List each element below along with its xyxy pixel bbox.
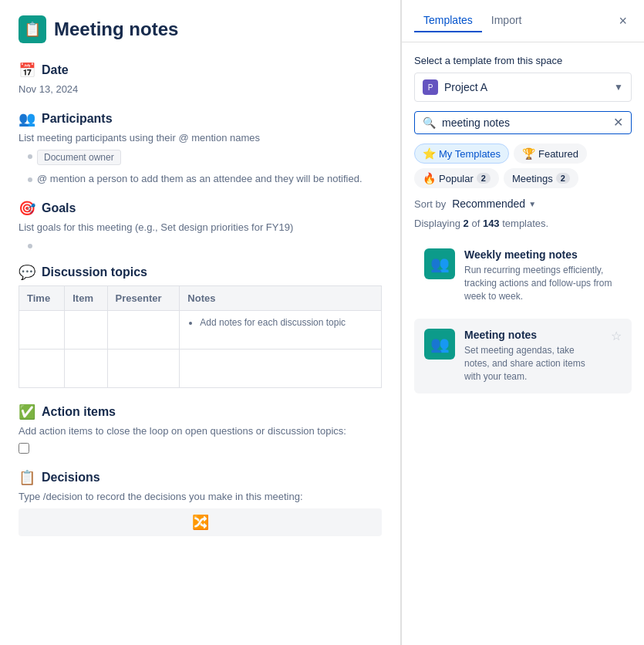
space-name: Project A <box>444 81 487 93</box>
action-items-desc: Add action items to close the loop on op… <box>19 425 382 437</box>
date-heading: 📅 Date <box>19 62 382 79</box>
popular-count: 2 <box>477 173 491 184</box>
templates-panel: Templates Import × Select a template fro… <box>401 0 644 645</box>
table-row <box>19 350 382 388</box>
template-name-meeting: Meeting notes <box>464 329 602 341</box>
goals-bullet <box>28 239 382 248</box>
col-notes: Notes <box>180 286 382 311</box>
participants-label: Participants <box>42 112 113 126</box>
chip-my-templates-label: My Templates <box>439 148 501 160</box>
filter-chips: ⭐ My Templates 🏆 Featured 🔥 Popular 2 Me… <box>414 144 632 188</box>
chip-meetings[interactable]: Meetings 2 <box>504 168 578 188</box>
doc-owner-item: Document owner <box>28 150 382 165</box>
my-templates-emoji: ⭐ <box>423 147 436 160</box>
cell-item-1 <box>65 311 107 350</box>
results-info: Displaying 2 of 143 templates. <box>414 218 632 229</box>
sort-chevron-icon: ▼ <box>528 200 536 208</box>
cell-time-2 <box>19 350 65 388</box>
decisions-emoji: 📋 <box>19 469 35 486</box>
discussion-label: Discussion topics <box>42 265 147 279</box>
cell-presenter-2 <box>107 350 180 388</box>
template-desc-weekly: Run recurring meetings efficiently, trac… <box>464 264 622 302</box>
space-select[interactable]: P Project A ▼ <box>414 73 632 102</box>
goals-bullet-dot <box>28 244 32 248</box>
sort-row: Sort by Recommended ▼ <box>414 198 632 210</box>
cell-time-1 <box>19 311 65 350</box>
template-thumb-icon-weekly: 👥 <box>430 255 450 273</box>
results-total: 143 <box>483 218 500 229</box>
cell-notes-2 <box>180 350 382 388</box>
goals-desc: List goals for this meeting (e.g., Set d… <box>19 221 382 233</box>
decision-placeholder: 🔀 <box>19 508 382 536</box>
participants-emoji: 👥 <box>19 110 35 127</box>
space-select-wrapper: P Project A ▼ <box>414 73 632 102</box>
page-icon: 📋 <box>19 15 46 43</box>
search-icon: 🔍 <box>423 117 436 129</box>
chip-my-templates[interactable]: ⭐ My Templates <box>414 144 509 164</box>
cell-notes-1: Add notes for each discussion topic <box>180 311 382 350</box>
panel-header: Templates Import × <box>402 0 644 42</box>
decision-icon: 🔀 <box>192 514 209 531</box>
action-checkbox[interactable] <box>19 443 29 454</box>
action-items-label: Action items <box>42 405 116 419</box>
bullet-dot <box>28 154 32 159</box>
sort-value: Recommended <box>452 198 525 210</box>
sort-label: Sort by <box>414 198 446 210</box>
template-desc-meeting: Set meeting agendas, take notes, and sha… <box>464 344 602 383</box>
discussion-emoji: 💬 <box>19 264 35 281</box>
col-presenter: Presenter <box>107 286 180 311</box>
panel-body: Select a template from this space P Proj… <box>402 42 644 645</box>
chip-featured-label: Featured <box>538 148 578 160</box>
tab-templates[interactable]: Templates <box>414 9 482 32</box>
meetings-count: 2 <box>556 173 570 184</box>
template-card-weekly-meeting[interactable]: 👥 Weekly meeting notes Run recurring mee… <box>414 238 632 312</box>
action-items-emoji: ✅ <box>19 404 35 420</box>
search-input[interactable] <box>442 117 607 129</box>
date-emoji: 📅 <box>19 62 35 79</box>
date-label: Date <box>42 63 69 77</box>
table-row: Add notes for each discussion topic <box>19 311 382 350</box>
chevron-down-icon: ▼ <box>614 82 623 93</box>
bullet-dot-2 <box>28 177 32 182</box>
page-header: 📋 Meeting notes <box>19 15 382 43</box>
panel-tabs: Templates Import <box>414 9 531 32</box>
goals-emoji: 🎯 <box>19 200 35 217</box>
doc-owner-chip: Document owner <box>37 150 121 165</box>
page-title: Meeting notes <box>54 19 178 40</box>
select-label: Select a template from this space <box>414 55 632 66</box>
template-info-weekly: Weekly meeting notes Run recurring meeti… <box>464 248 622 302</box>
clear-search-button[interactable]: ✕ <box>613 117 623 129</box>
star-icon[interactable]: ☆ <box>611 329 622 343</box>
col-time: Time <box>19 286 65 311</box>
participants-heading: 👥 Participants <box>19 110 382 127</box>
decisions-heading: 📋 Decisions <box>19 469 382 486</box>
goals-heading: 🎯 Goals <box>19 200 382 217</box>
action-items-section: ✅ Action items Add action items to close… <box>19 404 382 454</box>
col-item: Item <box>65 286 107 311</box>
discussion-heading: 💬 Discussion topics <box>19 264 382 281</box>
template-thumb-meeting: 👥 <box>424 329 455 360</box>
mention-hint: @ mention a person to add them as an att… <box>37 173 362 184</box>
decisions-desc: Type /decision to record the decisions y… <box>19 491 382 502</box>
decisions-section: 📋 Decisions Type /decision to record the… <box>19 469 382 536</box>
template-name-weekly: Weekly meeting notes <box>464 248 622 261</box>
cell-item-2 <box>65 350 107 388</box>
search-box: 🔍 ✕ <box>414 111 632 134</box>
date-section: 📅 Date Nov 13, 2024 <box>19 62 382 95</box>
results-showing: 2 <box>464 218 469 229</box>
tab-import[interactable]: Import <box>482 9 531 32</box>
sort-select[interactable]: Recommended ▼ <box>452 198 536 210</box>
discussion-section: 💬 Discussion topics Time Item Presenter … <box>19 264 382 388</box>
date-value: Nov 13, 2024 <box>19 83 382 95</box>
cell-presenter-1 <box>107 311 180 350</box>
chip-popular[interactable]: 🔥 Popular 2 <box>414 168 499 188</box>
chip-featured[interactable]: 🏆 Featured <box>514 144 587 164</box>
featured-emoji: 🏆 <box>522 147 535 160</box>
mention-hint-item: @ mention a person to add them as an att… <box>28 173 382 184</box>
discussion-table: Time Item Presenter Notes Add notes for … <box>19 285 382 388</box>
template-thumb-weekly: 👥 <box>424 248 455 279</box>
popular-emoji: 🔥 <box>423 172 436 184</box>
decisions-label: Decisions <box>42 471 100 485</box>
close-button[interactable]: × <box>614 12 632 29</box>
template-card-meeting-notes[interactable]: 👥 Meeting notes Set meeting agendas, tak… <box>414 319 632 393</box>
